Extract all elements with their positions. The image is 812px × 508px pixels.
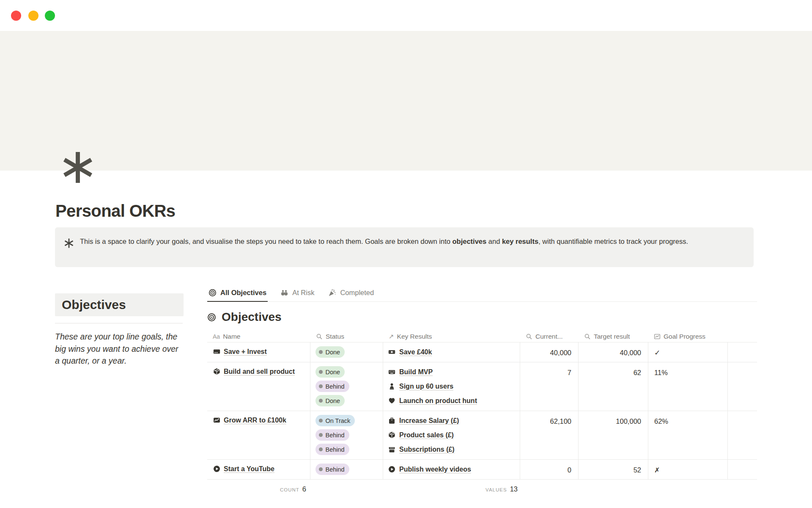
key-result-link[interactable]: Publish weekly videos <box>399 464 471 475</box>
status-pill[interactable]: Done <box>315 395 345 406</box>
status-pill-label: Done <box>326 369 340 375</box>
magnifier-icon <box>584 333 591 340</box>
key-results-cell[interactable]: Save £40k <box>383 342 520 362</box>
tab-at-risk[interactable]: At Risk <box>279 287 315 301</box>
column-header-goal-progress[interactable]: Goal Progress <box>648 331 728 342</box>
column-header-label: Key Results <box>397 333 432 340</box>
status-pill[interactable]: Behind <box>315 444 349 455</box>
key-result-link[interactable]: Save £40k <box>399 347 432 357</box>
status-cell[interactable]: DoneBehindDone <box>310 362 383 411</box>
column-header-current[interactable]: Current... <box>520 331 579 342</box>
page-cover <box>0 31 812 171</box>
current-result-cell[interactable]: 7 <box>520 362 579 411</box>
objective-name-link[interactable]: Build and sell product <box>224 367 295 377</box>
status-cell[interactable]: On TrackBehindBehind <box>310 411 383 459</box>
status-dot <box>319 447 323 451</box>
close-window-button[interactable] <box>11 11 21 21</box>
values-label: VALUES <box>486 487 507 492</box>
row-spacer-cell <box>728 342 756 362</box>
objectives-heading: Objectives <box>55 293 184 316</box>
objectives-description: These are your top line goals, the big w… <box>55 331 182 367</box>
target-result-value: 62 <box>634 369 641 376</box>
goal-progress-cell[interactable]: 62% <box>648 411 728 459</box>
count-aggregate[interactable]: COUNT 6 <box>207 485 306 493</box>
current-result-cell[interactable]: 62,100 <box>520 411 579 459</box>
objective-name-link[interactable]: Save + Invest <box>224 347 267 357</box>
values-aggregate[interactable]: VALUES 13 <box>383 485 518 493</box>
tab-completed[interactable]: Completed <box>327 287 375 301</box>
key-result-item: Increase Salary (£) <box>388 415 516 426</box>
arrow-up-right-icon: ↗ <box>389 333 394 340</box>
objective-name-link[interactable]: Grow ARR to £100k <box>224 415 286 425</box>
current-result-value: 40,000 <box>550 349 571 356</box>
status-cell[interactable]: Done <box>310 342 383 362</box>
column-header-key-results[interactable]: ↗Key Results <box>383 331 520 342</box>
column-header-name[interactable]: AaName <box>207 331 310 342</box>
name-cell[interactable]: Grow ARR to £100k <box>207 411 310 459</box>
row-spacer-cell <box>728 362 756 411</box>
status-dot <box>319 384 323 388</box>
target-result-cell[interactable]: 100,000 <box>579 411 648 459</box>
key-result-link[interactable]: Launch on product hunt <box>399 396 477 406</box>
current-result-value: 7 <box>568 369 571 376</box>
section-title: Objectives <box>222 310 282 324</box>
current-result-cell[interactable]: 0 <box>520 460 579 479</box>
key-results-cell[interactable]: Increase Salary (£)Product sales (£)Subs… <box>383 411 520 459</box>
table-row: Save + InvestDoneSave £40k40,00040,000✓ <box>207 342 757 362</box>
key-results-cell[interactable]: Publish weekly videos <box>383 460 520 479</box>
key-result-link[interactable]: Build MVP <box>399 367 433 377</box>
status-dot <box>319 433 323 437</box>
goal-progress-cell[interactable]: 11% <box>648 362 728 411</box>
name-cell[interactable]: Start a YouTube <box>207 460 310 479</box>
status-dot <box>319 467 323 471</box>
goal-progress-cell[interactable]: ✓ <box>648 342 728 362</box>
goal-progress-cell[interactable]: ✗ <box>648 460 728 479</box>
briefcase-icon <box>388 417 395 424</box>
status-pill[interactable]: Done <box>315 346 345 358</box>
status-pill-label: Behind <box>326 446 345 453</box>
status-pill[interactable]: Behind <box>315 464 349 475</box>
section-header: Objectives <box>207 309 757 325</box>
status-pill[interactable]: On Track <box>315 415 355 426</box>
table-row: Grow ARR to £100kOn TrackBehindBehindInc… <box>207 411 757 460</box>
status-pill[interactable]: Done <box>315 366 345 378</box>
tab-label: Completed <box>340 289 374 297</box>
status-dot <box>319 419 323 422</box>
name-cell[interactable]: Save + Invest <box>207 342 310 362</box>
key-result-item: Subscriptions (£) <box>388 444 516 455</box>
package-icon <box>213 368 220 375</box>
name-cell[interactable]: Build and sell product <box>207 362 310 411</box>
column-header-target-result[interactable]: Target result <box>579 331 648 342</box>
column-header-label: Status <box>326 333 344 340</box>
key-result-link[interactable]: Sign up 60 users <box>399 381 453 392</box>
magnifier-icon <box>316 333 323 340</box>
target-result-cell[interactable]: 40,000 <box>579 342 648 362</box>
key-result-link[interactable]: Increase Salary (£) <box>399 416 459 426</box>
chart-line-icon <box>654 333 661 340</box>
tab-all-objectives[interactable]: All Objectives <box>207 287 268 302</box>
asterisk-icon[interactable] <box>62 151 94 184</box>
status-pill[interactable]: Behind <box>315 381 349 392</box>
objective-name-link[interactable]: Start a YouTube <box>224 464 274 474</box>
zoom-window-button[interactable] <box>45 11 55 21</box>
target-result-cell[interactable]: 52 <box>579 460 648 479</box>
key-result-link[interactable]: Subscriptions (£) <box>399 444 455 455</box>
target-result-value: 52 <box>634 466 641 474</box>
minimize-window-button[interactable] <box>28 11 38 21</box>
key-result-link[interactable]: Product sales (£) <box>399 430 454 440</box>
storefront-icon <box>388 446 395 453</box>
key-results-cell[interactable]: Build MVPSign up 60 usersLaunch on produ… <box>383 362 520 411</box>
status-pill[interactable]: Behind <box>315 429 349 441</box>
heart-icon <box>388 397 395 404</box>
goal-progress-value: 62% <box>654 417 668 425</box>
column-header-status[interactable]: Status <box>310 331 383 342</box>
status-dot <box>319 399 323 403</box>
status-cell[interactable]: Behind <box>310 460 383 479</box>
count-value: 6 <box>302 485 306 493</box>
key-result-item: Product sales (£) <box>388 429 516 441</box>
target-result-cell[interactable]: 62 <box>579 362 648 411</box>
status-pill-label: Behind <box>326 432 345 439</box>
current-result-cell[interactable]: 40,000 <box>520 342 579 362</box>
window-titlebar <box>0 0 812 31</box>
table-body: Save + InvestDoneSave £40k40,00040,000✓B… <box>207 342 757 480</box>
